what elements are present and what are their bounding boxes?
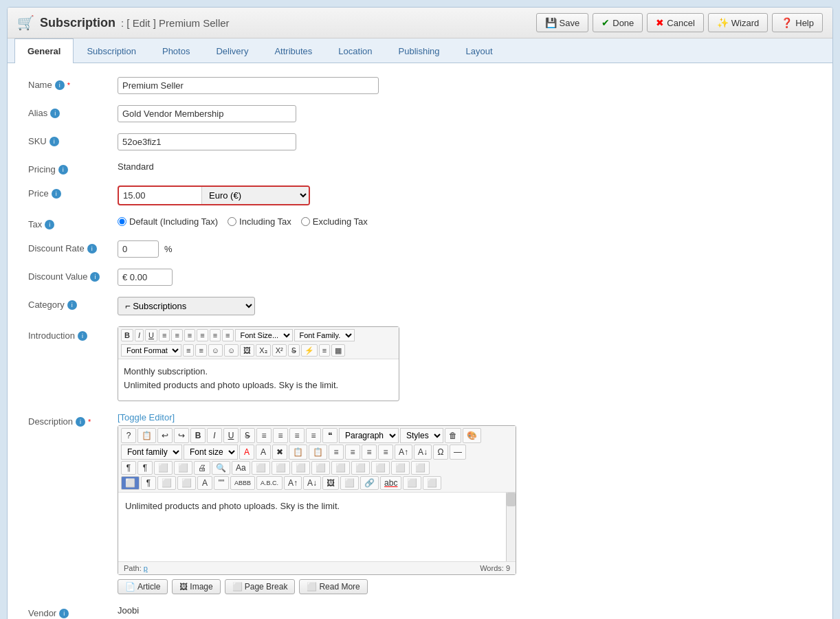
tax-default-radio[interactable] (118, 217, 126, 226)
path-element-link[interactable]: p (144, 564, 148, 572)
tab-attributes[interactable]: Attributes (261, 38, 325, 63)
desc-frame-btn[interactable]: ⬜ (174, 461, 192, 475)
category-select[interactable]: ⌐ Subscriptions (118, 297, 255, 315)
tab-location[interactable]: Location (325, 38, 385, 63)
desc-box5-btn[interactable]: ⬜ (331, 461, 350, 475)
alias-input[interactable] (118, 105, 296, 122)
desc-styles-select[interactable]: Styles (400, 428, 443, 443)
desc-image2-btn[interactable]: 🖼 (322, 476, 339, 490)
done-button[interactable]: ✔ Done (593, 13, 643, 32)
intro-align-left-btn[interactable]: ≡ (159, 329, 170, 341)
desc-para2-btn[interactable]: ¶ (137, 461, 153, 475)
desc-paste-btn[interactable]: 📋 (309, 444, 327, 460)
intro-font-family-select[interactable]: Font Family. (294, 329, 355, 341)
toggle-editor-link[interactable]: [Toggle Editor] (118, 412, 516, 423)
intro-font-format-select[interactable]: Font Format (121, 344, 181, 357)
cancel-button[interactable]: ✖ Cancel (647, 13, 703, 32)
desc-box6-btn[interactable]: ⬜ (351, 461, 370, 475)
article-insert-btn[interactable]: 📄 Article (118, 579, 168, 594)
tax-including-option[interactable]: Including Tax (228, 216, 291, 227)
desc-paint-btn[interactable]: 🎨 (463, 428, 481, 443)
intro-align-right-btn[interactable]: ≡ (184, 329, 195, 341)
desc-box1-btn[interactable]: ⬜ (252, 461, 270, 475)
intro-strikethrough-btn[interactable]: S̶ (288, 344, 300, 357)
intro-hr-btn[interactable]: ≡ (319, 344, 330, 357)
tab-delivery[interactable]: Delivery (203, 38, 261, 63)
name-info-icon[interactable]: i (55, 80, 65, 90)
desc-a-btn[interactable]: A (197, 476, 212, 490)
desc-indent-btn[interactable]: ≡ (362, 444, 377, 460)
currency-select[interactable]: Euro (€) USD ($) GBP (£) (201, 187, 309, 204)
desc-box12-btn[interactable]: ⬜ (177, 476, 196, 490)
desc-ul-btn[interactable]: ≡ (345, 444, 360, 460)
intro-content[interactable]: Monthly subscription. Unlimited products… (118, 359, 399, 401)
desc-print-btn[interactable]: 🖨 (194, 461, 210, 475)
wizard-button[interactable]: ✨ Wizard (708, 13, 768, 32)
discount-value-info-icon[interactable]: i (90, 272, 100, 282)
desc-remove-format-btn[interactable]: ✖ (272, 444, 287, 460)
intro-align-center-btn[interactable]: ≡ (171, 329, 182, 341)
category-info-icon[interactable]: i (67, 300, 77, 310)
desc-show-para-btn[interactable]: ¶ (121, 461, 136, 475)
tax-default-option[interactable]: Default (Including Tax) (118, 216, 218, 227)
tax-excluding-option[interactable]: Excluding Tax (301, 216, 368, 227)
intro-superscript-btn[interactable]: X² (272, 344, 287, 357)
desc-font-family-select[interactable]: Font family (121, 444, 182, 460)
sku-info-icon[interactable]: i (49, 137, 59, 146)
tab-general[interactable]: General (14, 38, 74, 63)
desc-bg-color-btn[interactable]: A (256, 444, 271, 460)
pricing-info-icon[interactable]: i (58, 165, 68, 175)
price-info-icon[interactable]: i (52, 189, 61, 199)
desc-copy-btn[interactable]: 📋 (289, 444, 307, 460)
desc-blockquote-btn[interactable]: ❝ (322, 428, 338, 443)
intro-font-size-select[interactable]: Font Size... (235, 329, 293, 341)
tab-layout[interactable]: Layout (453, 38, 506, 63)
desc-media-btn[interactable]: ⬜ (340, 476, 359, 490)
tab-subscription[interactable]: Subscription (74, 38, 149, 63)
discount-rate-input[interactable] (118, 240, 159, 258)
desc-spell-btn[interactable]: abc (380, 476, 401, 490)
discount-rate-info-icon[interactable]: i (87, 244, 97, 254)
intro-outdent-btn[interactable]: ≡ (195, 344, 206, 357)
tax-info-icon[interactable]: i (45, 220, 54, 229)
desc-italic-btn[interactable]: I (207, 428, 222, 443)
desc-align-right-btn[interactable]: ≡ (289, 428, 305, 443)
intro-table-btn[interactable]: ▦ (331, 344, 345, 357)
discount-value-input[interactable] (118, 269, 173, 286)
desc-aincrease2-btn[interactable]: A↑ (284, 476, 302, 490)
desc-align-center-btn[interactable]: ≡ (273, 428, 288, 443)
image-insert-btn[interactable]: 🖼 Image (172, 579, 220, 594)
desc-box8-btn[interactable]: ⬜ (391, 461, 410, 475)
desc-font-size-select[interactable]: Font size (184, 444, 238, 460)
desc-ol-btn[interactable]: ≡ (329, 444, 344, 460)
intro-image-btn[interactable]: 🖼 (240, 344, 254, 357)
desc-para3-btn[interactable]: ¶ (141, 476, 156, 490)
desc-underline-btn[interactable]: U (223, 428, 239, 443)
desc-quote-btn[interactable]: "" (214, 476, 229, 490)
name-input[interactable] (118, 77, 379, 94)
tab-publishing[interactable]: Publishing (386, 38, 453, 63)
desc-box10-btn[interactable]: ⬜ (121, 476, 140, 490)
desc-box9-btn[interactable]: ⬜ (411, 461, 430, 475)
intro-align-justify-btn[interactable]: ≡ (197, 329, 208, 341)
intro-list-ol-btn[interactable]: ≡ (210, 329, 221, 341)
tab-photos[interactable]: Photos (149, 38, 203, 63)
desc-source-btn[interactable]: ⬜ (423, 476, 441, 490)
intro-bold-btn[interactable]: B (121, 329, 133, 341)
desc-info-icon[interactable]: i (76, 417, 85, 427)
intro-subscript-btn[interactable]: X₂ (256, 344, 270, 357)
intro-list-ul-btn[interactable]: ≡ (222, 329, 233, 341)
desc-box11-btn[interactable]: ⬜ (157, 476, 176, 490)
desc-strike-btn[interactable]: S̶ (240, 428, 255, 443)
desc-box3-btn[interactable]: ⬜ (291, 461, 310, 475)
price-input[interactable] (119, 188, 201, 203)
desc-adecrease2-btn[interactable]: A↓ (303, 476, 321, 490)
desc-box2-btn[interactable]: ⬜ (272, 461, 290, 475)
desc-help-btn[interactable]: ? (121, 428, 136, 443)
intro-italic-btn[interactable]: I (135, 329, 144, 341)
desc-link-btn[interactable]: 🔗 (360, 476, 379, 490)
desc-outdent-btn[interactable]: ≡ (378, 444, 393, 460)
intro-info-icon[interactable]: i (78, 331, 87, 341)
desc-redo-btn[interactable]: ↪ (174, 428, 189, 443)
desc-undo-btn[interactable]: ↩ (157, 428, 173, 443)
